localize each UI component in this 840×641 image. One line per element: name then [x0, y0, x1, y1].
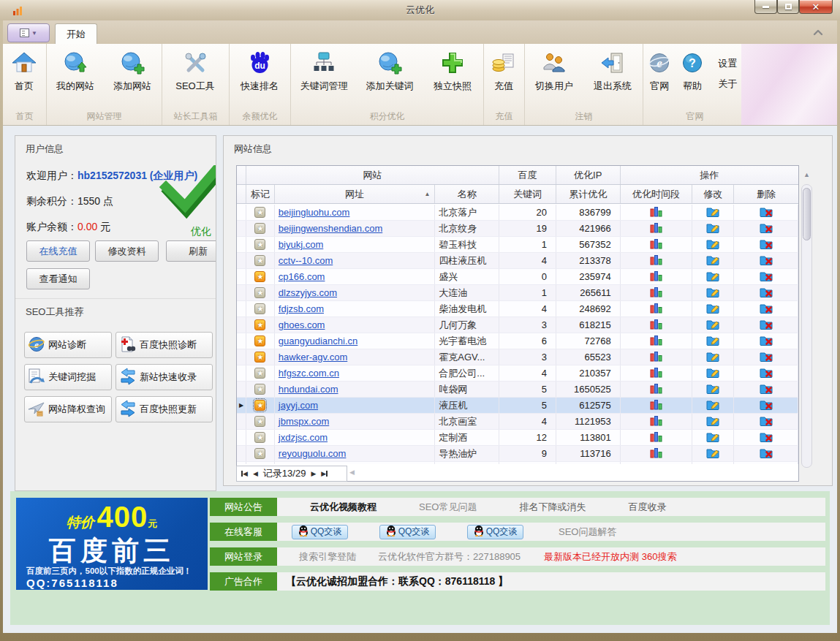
mark-cell[interactable]: ★ [246, 269, 275, 284]
url-cell[interactable]: jxdzjsc.com [275, 430, 435, 445]
keywords-cell[interactable]: 5 [499, 398, 556, 413]
mark-cell[interactable]: ★ [246, 462, 275, 464]
column-header-name[interactable]: 名称 [435, 185, 499, 203]
table-row[interactable]: ★cctv--10.com四柱液压机4213378 [237, 253, 798, 269]
edit-icon[interactable] [706, 222, 719, 235]
optimize-period-chart-icon[interactable] [650, 335, 662, 348]
period-cell[interactable] [621, 269, 693, 284]
url-cell[interactable]: dlzszyjys.com [275, 285, 435, 300]
edit-icon[interactable] [706, 287, 719, 300]
delete-icon[interactable] [760, 254, 773, 268]
star-icon[interactable]: ★ [254, 432, 265, 443]
table-row[interactable]: ★··· [237, 462, 798, 464]
mark-cell[interactable]: ★ [246, 333, 275, 349]
mark-cell[interactable]: ★ [246, 446, 275, 461]
ribbon-button-standalone-snapshot[interactable]: 独立快照 [423, 47, 483, 102]
column-header-delete[interactable]: 删除 [734, 185, 798, 203]
edit-cell[interactable] [692, 301, 734, 316]
delete-cell[interactable] [734, 269, 798, 284]
total-cell[interactable]: 235974 [556, 269, 621, 284]
mark-cell[interactable]: ★ [246, 237, 275, 252]
table-row[interactable]: ★fdjzsb.com柴油发电机4248692 [237, 301, 798, 317]
ribbon-button-keyword-mgmt[interactable]: 关键词管理 [291, 47, 357, 102]
mark-cell[interactable]: ★ [246, 365, 275, 381]
url-cell[interactable]: fdjzsb.com [275, 301, 435, 316]
delete-icon[interactable] [760, 222, 773, 235]
name-cell[interactable]: 霍克AGV... [435, 349, 499, 365]
pager-last-icon[interactable]: ▶ [321, 470, 328, 477]
optimize-period-chart-icon[interactable] [650, 383, 662, 396]
star-icon[interactable]: ★ [254, 384, 265, 395]
url-cell[interactable]: cctv--10.com [275, 253, 435, 268]
edit-cell[interactable] [692, 430, 734, 445]
online-recharge-button[interactable]: 在线充值 [26, 240, 90, 262]
column-header-total[interactable]: 累计优化 [556, 185, 621, 203]
keywords-cell[interactable]: 4 [499, 414, 556, 429]
url-cell[interactable]: hndundai.com [275, 382, 435, 397]
total-cell[interactable] [556, 462, 621, 464]
url-cell[interactable]: jbmspx.com [275, 414, 435, 429]
total-cell[interactable]: 836799 [556, 205, 621, 220]
optimize-period-chart-icon[interactable] [650, 431, 662, 444]
url-cell[interactable]: ghoes.com [275, 317, 435, 333]
ribbon-button-add-keyword[interactable]: 添加关键词 [357, 47, 423, 102]
period-cell[interactable] [621, 221, 693, 236]
period-cell[interactable] [621, 430, 693, 445]
name-cell[interactable]: 定制酒 [435, 430, 499, 445]
site-url-link[interactable]: ghoes.com [279, 319, 325, 330]
star-icon[interactable]: ★ [254, 448, 265, 459]
site-url-link[interactable]: hndundai.com [279, 384, 338, 395]
site-url-link[interactable]: dlzszyjys.com [279, 287, 337, 298]
ribbon-button-recharge[interactable]: 充值 [484, 47, 523, 102]
delete-cell[interactable] [734, 446, 798, 461]
edit-cell[interactable] [692, 382, 734, 397]
mark-cell[interactable]: ★ [246, 285, 275, 300]
site-url-link[interactable]: cctv--10.com [279, 255, 333, 266]
period-cell[interactable] [621, 301, 693, 316]
delete-icon[interactable] [760, 335, 773, 348]
column-header-url[interactable]: 网址▲ [275, 185, 435, 203]
edit-cell[interactable] [692, 462, 734, 464]
star-icon[interactable]: ★ [254, 416, 265, 427]
delete-cell[interactable] [734, 205, 798, 220]
period-cell[interactable] [621, 398, 693, 413]
keywords-cell[interactable]: 12 [499, 430, 556, 445]
site-url-link[interactable]: guangyudianchi.cn [279, 335, 357, 346]
delete-cell[interactable] [734, 317, 798, 333]
period-cell[interactable] [621, 285, 693, 300]
keywords-cell[interactable]: 6 [499, 333, 556, 349]
edit-icon[interactable] [706, 431, 719, 444]
delete-cell[interactable] [734, 382, 798, 397]
name-cell[interactable]: 合肥公司... [435, 365, 499, 381]
period-cell[interactable] [621, 333, 693, 349]
star-icon[interactable]: ★ [254, 271, 265, 282]
keywords-cell[interactable]: 3 [499, 349, 556, 365]
tool-baidu-snapshot-diagnose-button[interactable]: 百度快照诊断 [116, 332, 213, 358]
optimize-period-chart-icon[interactable] [650, 238, 662, 251]
edit-icon[interactable] [706, 270, 719, 284]
column-header-keywords[interactable]: 关键词 [499, 185, 556, 203]
ad-banner[interactable]: 特价 400元 百度前三 百度前三页内，500以下指数的正规企业词！ QQ:76… [16, 498, 208, 590]
edit-icon[interactable] [706, 303, 719, 316]
edit-icon[interactable] [706, 383, 719, 396]
star-icon[interactable]: ★ [254, 287, 265, 298]
name-cell[interactable]: 吨袋网 [435, 382, 499, 397]
edit-icon[interactable] [706, 319, 719, 332]
table-row[interactable]: ★beijingluohu.com北京落户20836799 [237, 205, 798, 221]
url-cell[interactable]: hawker-agv.com [275, 349, 435, 365]
total-cell[interactable]: 265611 [556, 285, 621, 300]
table-row[interactable]: ★ghoes.com几何万象3618215 [237, 317, 798, 333]
optimize-period-chart-icon[interactable] [650, 254, 662, 268]
total-cell[interactable]: 618215 [556, 317, 621, 333]
optimize-period-chart-icon[interactable] [650, 206, 662, 219]
table-row[interactable]: ★jxdzjsc.com定制酒12113801 [237, 430, 798, 446]
optimize-period-chart-icon[interactable] [650, 399, 662, 412]
delete-cell[interactable] [734, 349, 798, 365]
period-cell[interactable] [621, 237, 693, 252]
mark-cell[interactable]: ★ [246, 414, 275, 429]
delete-cell[interactable] [734, 414, 798, 429]
ribbon-button-switch-user[interactable]: 切换用户 [525, 47, 583, 102]
vertical-scrollbar[interactable] [801, 184, 812, 468]
url-cell[interactable]: jayyj.com [275, 398, 435, 413]
edit-cell[interactable] [692, 333, 734, 349]
